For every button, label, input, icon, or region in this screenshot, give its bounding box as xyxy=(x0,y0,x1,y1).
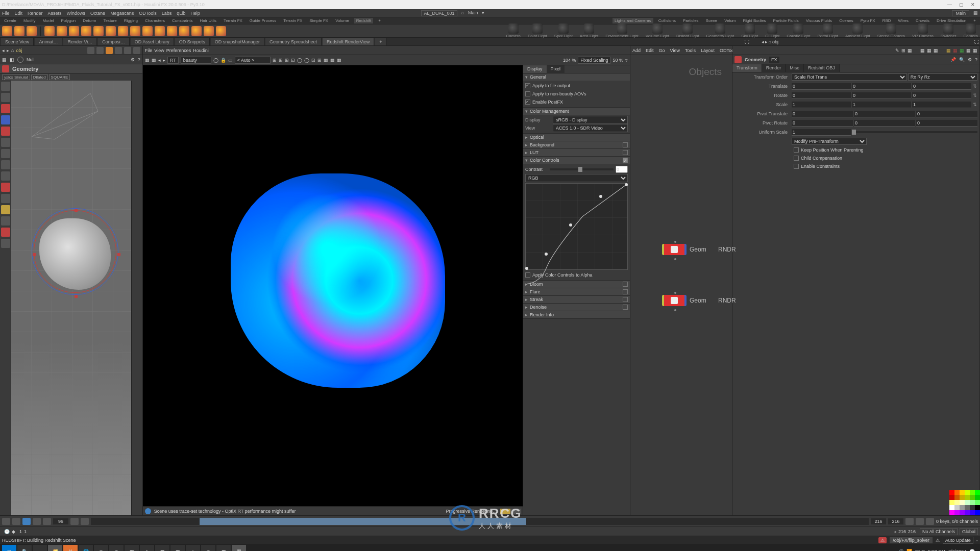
home-icon[interactable]: ⌂ xyxy=(11,48,14,53)
path-segment[interactable]: obj xyxy=(772,39,778,44)
snap-icon[interactable] xyxy=(96,47,104,54)
move-icon[interactable] xyxy=(1,93,10,102)
taskbar-app[interactable]: ● xyxy=(186,545,200,551)
pry-field[interactable] xyxy=(854,120,915,127)
gear-icon[interactable]: ⚙ xyxy=(968,57,972,62)
menu-add[interactable]: Add xyxy=(632,48,641,53)
realtime-icon[interactable] xyxy=(905,518,914,525)
pane-tab[interactable]: Animat… xyxy=(35,38,62,45)
shelf-tab-redshift[interactable]: Redshift xyxy=(354,18,373,23)
menu-tools[interactable]: Tools xyxy=(685,48,696,53)
gizmo-handle[interactable] xyxy=(75,209,78,212)
shelf-icon[interactable] xyxy=(155,26,165,36)
section-color-controls[interactable]: ▾Color Controls✓ xyxy=(523,157,630,164)
current-frame[interactable]: 96 xyxy=(53,518,68,524)
rgb-dropdown[interactable]: RGB xyxy=(525,174,628,182)
tab-misc[interactable]: Misc xyxy=(786,64,804,72)
magnet-icon[interactable] xyxy=(1,205,10,214)
light-icon[interactable] xyxy=(745,23,755,34)
back-icon[interactable]: ◂ xyxy=(2,48,5,53)
layout-icon[interactable]: ▦ xyxy=(973,10,978,16)
tool-icon[interactable]: ▦ xyxy=(960,48,964,53)
shelf-tab[interactable]: Polygon xyxy=(59,18,78,23)
taskbar-app[interactable]: ▦ xyxy=(155,545,169,551)
selector-icon[interactable]: ▦ xyxy=(2,57,7,62)
section-lut[interactable]: ▸LUT xyxy=(523,149,630,156)
shelf-tab[interactable]: Viscous Fluids xyxy=(804,18,834,23)
menu-prefs[interactable]: Preferences xyxy=(166,48,191,53)
fwd-icon[interactable]: ▸ xyxy=(163,58,165,63)
tx-field[interactable] xyxy=(792,83,851,90)
menu-octane[interactable]: Octane xyxy=(90,11,105,16)
checkbox[interactable] xyxy=(794,156,799,161)
prx-field[interactable] xyxy=(792,120,853,127)
start-button[interactable]: ⊞ xyxy=(2,545,16,551)
shelf-tab[interactable]: Crowds xyxy=(914,18,932,23)
shelf-icon[interactable] xyxy=(44,26,55,36)
notifications-icon[interactable]: 💬 xyxy=(969,549,975,551)
shelf-tab[interactable]: Create xyxy=(2,18,18,23)
warning-badge[interactable]: ⚠ xyxy=(878,537,887,543)
checkbox[interactable] xyxy=(525,99,530,105)
tool-icon[interactable] xyxy=(1,194,10,203)
selector-icon[interactable]: ◧ xyxy=(10,57,14,62)
shelf-tab[interactable]: Guide Process xyxy=(248,18,278,23)
checkbox[interactable] xyxy=(623,150,628,155)
start-frame[interactable]: 1 xyxy=(19,529,22,534)
curve-editor[interactable] xyxy=(525,183,628,270)
menu-windows[interactable]: Windows xyxy=(67,11,86,16)
menu-view[interactable]: View xyxy=(670,48,680,53)
pane-maximize-icon[interactable]: ⛶ xyxy=(974,39,979,44)
section-general[interactable]: ▾General xyxy=(523,73,630,81)
uscale-slider[interactable] xyxy=(852,131,977,133)
pane-back-icon[interactable]: ◂ xyxy=(762,39,764,44)
link-icon[interactable]: ⇅ xyxy=(972,84,977,89)
network-canvas[interactable]: Objects Geom RNDR Geom RNDR xyxy=(630,55,732,515)
pane-maximize-icon[interactable]: ⛶ xyxy=(745,39,749,44)
shelf-tab[interactable]: Pyro FX xyxy=(859,18,877,23)
tz-field[interactable] xyxy=(912,83,971,90)
shelf-tab[interactable]: Scene xyxy=(704,18,720,23)
pane-tab[interactable]: Composi… xyxy=(98,38,130,45)
end-frame[interactable]: 216 xyxy=(908,529,916,534)
shelf-icon[interactable] xyxy=(179,26,189,36)
tray-icon[interactable]: 🔊 xyxy=(898,549,903,551)
shelf-tab[interactable]: Oceans xyxy=(837,18,855,23)
taskbar-app[interactable]: 📁 xyxy=(48,545,62,551)
taskbar-app[interactable]: ◉ xyxy=(109,545,124,551)
menu-help[interactable]: Help xyxy=(190,11,200,16)
tool-icon[interactable] xyxy=(1,239,10,248)
menu-render[interactable]: Render xyxy=(28,11,43,16)
search-icon[interactable]: 🔍 xyxy=(17,545,32,551)
display-dropdown[interactable]: sRGB - Display xyxy=(553,116,628,124)
help-icon[interactable]: ? xyxy=(138,57,140,62)
checkbox[interactable] xyxy=(794,147,799,153)
contrast-value[interactable] xyxy=(616,166,628,173)
audio-icon[interactable] xyxy=(926,518,934,525)
auto-update-dropdown[interactable]: Auto Update xyxy=(943,537,973,544)
pane-fwd-icon[interactable]: ▸ xyxy=(765,39,768,44)
tab-pixel[interactable]: Pixel xyxy=(547,65,565,73)
shelf-tab[interactable]: Simple FX xyxy=(307,18,330,23)
camera-icon[interactable] xyxy=(918,23,928,34)
checkbox[interactable] xyxy=(525,91,530,96)
lock-icon[interactable]: 🔒 xyxy=(220,58,226,63)
menu-layout[interactable]: Layout xyxy=(701,48,715,53)
viewport-canvas[interactable] xyxy=(11,81,131,515)
sz-field[interactable] xyxy=(912,102,971,108)
tab-render[interactable]: Render xyxy=(762,64,786,72)
end-frame[interactable]: 216 xyxy=(888,518,903,524)
desktop-main-right[interactable]: Main xyxy=(952,10,969,16)
fwd-icon[interactable]: ▸ xyxy=(7,48,9,53)
pretransform-dropdown[interactable]: Modify Pre-Transform xyxy=(792,138,867,145)
tray-date[interactable]: 2/3/2024 xyxy=(948,549,966,551)
render-canvas[interactable] xyxy=(143,65,523,506)
shelf-icon[interactable] xyxy=(191,26,202,36)
tool-icon[interactable]: ▦ xyxy=(946,48,951,53)
scale-icon[interactable] xyxy=(1,115,10,124)
uscale-field[interactable] xyxy=(792,129,851,136)
taskbar-app[interactable]: ▦ xyxy=(125,545,139,551)
gear-icon[interactable]: ⚙ xyxy=(131,57,135,62)
light-icon[interactable] xyxy=(823,23,833,34)
end-frame[interactable]: 216 xyxy=(898,529,906,534)
